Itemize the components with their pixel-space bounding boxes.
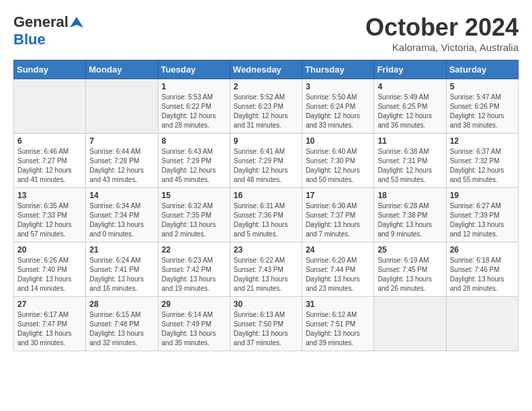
column-header-sunday: Sunday [14, 60, 86, 79]
calendar-cell: 3Sunrise: 5:50 AMSunset: 6:24 PMDaylight… [302, 79, 374, 134]
calendar-cell: 5Sunrise: 5:47 AMSunset: 6:26 PMDaylight… [446, 79, 518, 134]
calendar-cell: 16Sunrise: 6:31 AMSunset: 7:36 PMDayligh… [230, 188, 302, 242]
calendar-week-4: 20Sunrise: 6:26 AMSunset: 7:40 PMDayligh… [14, 242, 519, 297]
cell-content: Sunrise: 6:35 AMSunset: 7:33 PMDaylight:… [17, 201, 82, 239]
location: Kalorama, Victoria, Australia [365, 42, 519, 53]
day-number: 17 [306, 191, 370, 200]
column-header-tuesday: Tuesday [158, 60, 230, 79]
day-number: 7 [89, 136, 154, 146]
day-number: 30 [234, 300, 298, 309]
day-number: 6 [17, 136, 82, 146]
calendar-cell [14, 79, 86, 134]
day-number: 9 [234, 136, 298, 146]
day-number: 1 [162, 82, 226, 91]
cell-content: Sunrise: 6:18 AMSunset: 7:46 PMDaylight:… [450, 256, 515, 293]
cell-content: Sunrise: 6:23 AMSunset: 7:42 PMDaylight:… [162, 256, 226, 293]
cell-content: Sunrise: 5:53 AMSunset: 6:22 PMDaylight:… [162, 93, 226, 130]
cell-content: Sunrise: 5:52 AMSunset: 6:23 PMDaylight:… [234, 93, 298, 130]
calendar-cell: 13Sunrise: 6:35 AMSunset: 7:33 PMDayligh… [14, 188, 86, 242]
day-number: 21 [89, 245, 154, 255]
calendar-cell: 30Sunrise: 6:13 AMSunset: 7:50 PMDayligh… [230, 297, 302, 351]
day-number: 11 [378, 136, 442, 146]
column-header-monday: Monday [86, 60, 158, 79]
logo-blue: Blue [13, 31, 46, 48]
calendar-cell [446, 297, 518, 351]
cell-content: Sunrise: 5:49 AMSunset: 6:25 PMDaylight:… [378, 93, 442, 130]
calendar-cell: 15Sunrise: 6:32 AMSunset: 7:35 PMDayligh… [158, 188, 230, 242]
cell-content: Sunrise: 6:38 AMSunset: 7:31 PMDaylight:… [378, 147, 442, 185]
cell-content: Sunrise: 6:30 AMSunset: 7:37 PMDaylight:… [306, 201, 370, 239]
calendar-week-3: 13Sunrise: 6:35 AMSunset: 7:33 PMDayligh… [14, 188, 519, 242]
calendar-cell: 22Sunrise: 6:23 AMSunset: 7:42 PMDayligh… [158, 242, 230, 297]
day-number: 16 [234, 191, 298, 200]
day-number: 27 [17, 300, 82, 309]
calendar-cell: 26Sunrise: 6:18 AMSunset: 7:46 PMDayligh… [446, 242, 518, 297]
title-section: October 2024 Kalorama, Victoria, Austral… [365, 13, 519, 53]
cell-content: Sunrise: 6:24 AMSunset: 7:41 PMDaylight:… [89, 256, 154, 293]
cell-content: Sunrise: 6:26 AMSunset: 7:40 PMDaylight:… [17, 256, 82, 293]
day-number: 2 [234, 82, 298, 91]
day-number: 3 [306, 82, 370, 91]
day-number: 12 [450, 136, 515, 146]
logo-general: General [13, 13, 69, 31]
cell-content: Sunrise: 5:50 AMSunset: 6:24 PMDaylight:… [306, 93, 370, 130]
day-number: 14 [89, 191, 154, 200]
cell-content: Sunrise: 6:43 AMSunset: 7:29 PMDaylight:… [162, 147, 226, 185]
cell-content: Sunrise: 6:44 AMSunset: 7:28 PMDaylight:… [89, 147, 154, 185]
calendar-cell: 21Sunrise: 6:24 AMSunset: 7:41 PMDayligh… [86, 242, 158, 297]
calendar-cell: 11Sunrise: 6:38 AMSunset: 7:31 PMDayligh… [374, 134, 446, 188]
day-number: 4 [378, 82, 442, 91]
calendar-cell: 17Sunrise: 6:30 AMSunset: 7:37 PMDayligh… [302, 188, 374, 242]
cell-content: Sunrise: 6:17 AMSunset: 7:47 PMDaylight:… [17, 310, 82, 348]
calendar-cell: 9Sunrise: 6:41 AMSunset: 7:29 PMDaylight… [230, 134, 302, 188]
month-title: October 2024 [365, 13, 519, 42]
cell-content: Sunrise: 6:27 AMSunset: 7:39 PMDaylight:… [450, 201, 515, 239]
calendar-cell: 27Sunrise: 6:17 AMSunset: 7:47 PMDayligh… [14, 297, 86, 351]
calendar-cell: 8Sunrise: 6:43 AMSunset: 7:29 PMDaylight… [158, 134, 230, 188]
calendar-cell: 10Sunrise: 6:40 AMSunset: 7:30 PMDayligh… [302, 134, 374, 188]
day-number: 5 [450, 82, 515, 91]
cell-content: Sunrise: 6:12 AMSunset: 7:51 PMDaylight:… [306, 310, 370, 348]
cell-content: Sunrise: 6:14 AMSunset: 7:49 PMDaylight:… [162, 310, 226, 348]
cell-content: Sunrise: 6:41 AMSunset: 7:29 PMDaylight:… [234, 147, 298, 185]
cell-content: Sunrise: 6:37 AMSunset: 7:32 PMDaylight:… [450, 147, 515, 185]
calendar-cell: 7Sunrise: 6:44 AMSunset: 7:28 PMDaylight… [86, 134, 158, 188]
column-header-saturday: Saturday [446, 60, 518, 79]
day-number: 23 [234, 245, 298, 255]
day-number: 25 [378, 245, 442, 255]
calendar-cell: 6Sunrise: 6:46 AMSunset: 7:27 PMDaylight… [14, 134, 86, 188]
calendar-cell: 14Sunrise: 6:34 AMSunset: 7:34 PMDayligh… [86, 188, 158, 242]
calendar-cell: 1Sunrise: 5:53 AMSunset: 6:22 PMDaylight… [158, 79, 230, 134]
cell-content: Sunrise: 6:28 AMSunset: 7:38 PMDaylight:… [378, 201, 442, 239]
calendar-cell: 28Sunrise: 6:15 AMSunset: 7:48 PMDayligh… [86, 297, 158, 351]
cell-content: Sunrise: 6:46 AMSunset: 7:27 PMDaylight:… [17, 147, 82, 185]
calendar-cell: 29Sunrise: 6:14 AMSunset: 7:49 PMDayligh… [158, 297, 230, 351]
cell-content: Sunrise: 6:19 AMSunset: 7:45 PMDaylight:… [378, 256, 442, 293]
calendar-cell [86, 79, 158, 134]
cell-content: Sunrise: 5:47 AMSunset: 6:26 PMDaylight:… [450, 93, 515, 130]
calendar-cell: 24Sunrise: 6:20 AMSunset: 7:44 PMDayligh… [302, 242, 374, 297]
logo: General Blue [13, 13, 83, 48]
calendar-cell: 31Sunrise: 6:12 AMSunset: 7:51 PMDayligh… [302, 297, 374, 351]
day-number: 19 [450, 191, 515, 200]
cell-content: Sunrise: 6:15 AMSunset: 7:48 PMDaylight:… [89, 310, 154, 348]
calendar-week-2: 6Sunrise: 6:46 AMSunset: 7:27 PMDaylight… [14, 134, 519, 188]
calendar-header-row: SundayMondayTuesdayWednesdayThursdayFrid… [14, 60, 519, 79]
cell-content: Sunrise: 6:40 AMSunset: 7:30 PMDaylight:… [306, 147, 370, 185]
column-header-wednesday: Wednesday [230, 60, 302, 79]
calendar-cell: 25Sunrise: 6:19 AMSunset: 7:45 PMDayligh… [374, 242, 446, 297]
day-number: 15 [162, 191, 226, 200]
cell-content: Sunrise: 6:22 AMSunset: 7:43 PMDaylight:… [234, 256, 298, 293]
calendar-week-5: 27Sunrise: 6:17 AMSunset: 7:47 PMDayligh… [14, 297, 519, 351]
calendar-cell: 20Sunrise: 6:26 AMSunset: 7:40 PMDayligh… [14, 242, 86, 297]
day-number: 31 [306, 300, 370, 309]
day-number: 22 [162, 245, 226, 255]
calendar-cell: 4Sunrise: 5:49 AMSunset: 6:25 PMDaylight… [374, 79, 446, 134]
cell-content: Sunrise: 6:32 AMSunset: 7:35 PMDaylight:… [162, 201, 226, 239]
calendar-week-1: 1Sunrise: 5:53 AMSunset: 6:22 PMDaylight… [14, 79, 519, 134]
calendar-cell: 2Sunrise: 5:52 AMSunset: 6:23 PMDaylight… [230, 79, 302, 134]
cell-content: Sunrise: 6:34 AMSunset: 7:34 PMDaylight:… [89, 201, 154, 239]
calendar-cell: 18Sunrise: 6:28 AMSunset: 7:38 PMDayligh… [374, 188, 446, 242]
calendar-table: SundayMondayTuesdayWednesdayThursdayFrid… [13, 60, 519, 351]
day-number: 26 [450, 245, 515, 255]
